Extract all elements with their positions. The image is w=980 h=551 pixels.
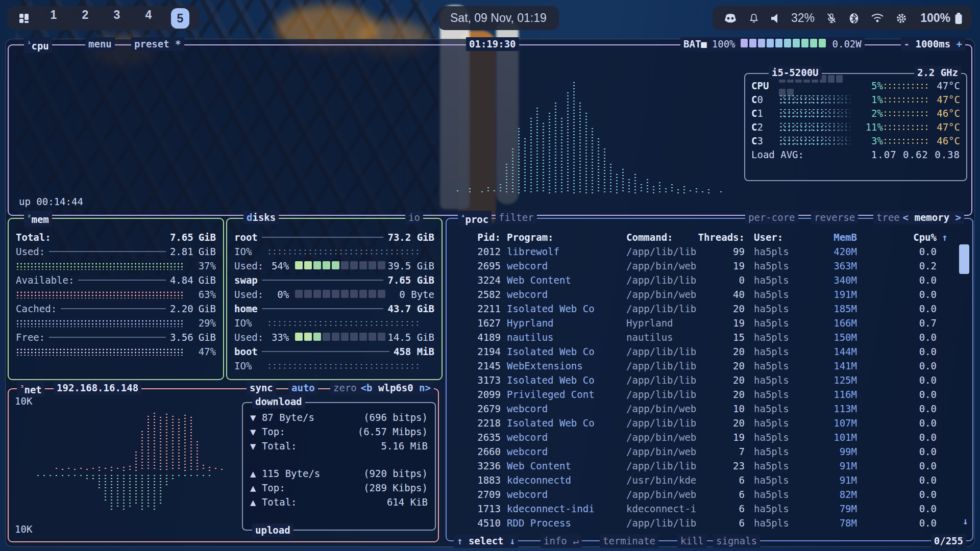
proc-scrollbar[interactable]	[959, 244, 969, 274]
process-cpu-pct: 0.0	[906, 359, 937, 373]
sort-prev-button[interactable]: <	[903, 212, 909, 223]
workspace-button-4[interactable]: 4	[139, 8, 158, 29]
kill-button[interactable]: kill	[677, 534, 707, 548]
process-row[interactable]: 4189nautilusnautilus15ha5pls150M0.0	[447, 330, 972, 344]
sort-column-switcher[interactable]: < memory >	[900, 211, 964, 224]
net-next-iface-button[interactable]: n>	[419, 382, 431, 393]
workspace-button-5[interactable]: 5	[171, 8, 189, 29]
process-row[interactable]: 2709webcord/app/bin/web6ha5pls82M0.0	[447, 487, 972, 502]
process-row[interactable]: 2145WebExtensions/app/lib/lib20ha5pls141…	[447, 359, 972, 373]
process-row[interactable]: 3236Web Content/app/lib/lib23ha5pls91M0.…	[447, 459, 972, 473]
col-command[interactable]: Command:	[626, 231, 698, 244]
per-core-toggle[interactable]: per-core	[745, 211, 798, 224]
signals-button[interactable]: signals	[713, 534, 760, 548]
col-pid[interactable]: Pid:	[452, 231, 501, 244]
col-cpu[interactable]: Cpu%	[906, 231, 937, 244]
meter-block	[295, 333, 303, 341]
info-button[interactable]: info ↵	[541, 534, 582, 548]
disk-name: root	[234, 231, 258, 244]
proc-filter-button[interactable]: filter	[496, 211, 537, 224]
cpu-graph-bar	[627, 178, 632, 193]
workspace-button-2[interactable]: 2	[76, 8, 94, 29]
menu-button[interactable]: menu	[85, 37, 115, 51]
net-sync-toggle[interactable]: sync	[247, 381, 276, 395]
process-row[interactable]: 2679webcord/app/bin/web10ha5pls113M0.0	[447, 402, 972, 416]
net-zero-toggle[interactable]: zero	[330, 381, 360, 395]
disks-box-title[interactable]: disks	[243, 211, 279, 224]
battery-pill[interactable]: 100%	[911, 6, 972, 30]
process-row[interactable]: 2695webcord/app/bin/web19ha5pls363M0.2	[447, 259, 972, 273]
net-prev-iface-button[interactable]: <b	[361, 382, 373, 393]
scroll-down-arrow[interactable]: ↓	[963, 514, 968, 528]
process-row[interactable]: 4510RDD Process/app/lib/lib6ha5pls78M0.0	[447, 516, 972, 530]
terminate-button[interactable]: terminate	[600, 534, 658, 548]
microphone-muted-icon[interactable]	[826, 12, 837, 24]
process-row[interactable]: 2218Isolated Web Co/app/lib/lib20ha5pls1…	[447, 416, 972, 430]
preset-button[interactable]: preset *	[131, 37, 184, 51]
volume-icon[interactable]	[771, 13, 780, 24]
col-memb[interactable]: MemB	[816, 231, 857, 244]
process-row[interactable]: 1883kdeconnectd/usr/bin/kde6ha5pls91M0.0	[447, 473, 972, 487]
sort-next-button[interactable]: >	[955, 212, 961, 223]
reverse-toggle[interactable]: reverse	[811, 211, 858, 224]
battery-meter-block	[793, 39, 800, 47]
meter-block	[350, 333, 358, 341]
core-pct: 1%	[850, 93, 883, 107]
workspace-button-1[interactable]: 1	[44, 8, 63, 29]
process-row[interactable]: 2582webcord/app/bin/web40ha5pls191M0.0	[447, 287, 972, 302]
col-program[interactable]: Program:	[501, 231, 626, 244]
mem-meter-pct: 37%	[189, 259, 216, 273]
net-interface-switcher[interactable]: <b wlp6s0 n>	[358, 381, 434, 395]
scroll-up-arrow[interactable]: ↑	[942, 231, 947, 244]
net-stat-value: (696 bitps)	[363, 411, 428, 424]
discord-icon[interactable]	[724, 13, 737, 24]
process-program: WebExtensions	[501, 359, 626, 373]
interval-increase-button[interactable]: +	[957, 38, 962, 49]
process-row[interactable]: 2099Privileged Cont/app/lib/lib20ha5pls1…	[447, 387, 972, 402]
mem-box: ²mem Total:7.65GiBUsed:2.81GiB37%Availab…	[8, 218, 224, 380]
net-up-bar	[128, 474, 133, 508]
select-controls[interactable]: ↑ select ↓	[454, 534, 518, 548]
process-user: ha5pls	[745, 416, 816, 430]
process-row[interactable]: 2660webcord/app/bin/web7ha5pls99M0.0	[447, 444, 972, 459]
disk-used-value: 39.5 GiB	[387, 259, 434, 273]
net-arrow: ▲	[250, 467, 256, 481]
clock-pill[interactable]: Sat, 09 Nov, 01:19	[438, 6, 559, 30]
workspace-button-3[interactable]: 3	[108, 8, 126, 29]
tree-toggle[interactable]: tree	[873, 211, 903, 224]
mem-box-title[interactable]: ²mem	[24, 211, 52, 227]
notification-bell-icon[interactable]	[748, 12, 760, 24]
process-row[interactable]: 2635webcord/app/bin/web19ha5pls101M0.0	[447, 430, 972, 444]
process-row[interactable]: 1713kdeconnect-indikdeconnect-i6ha5pls79…	[447, 502, 972, 516]
col-user[interactable]: User:	[745, 231, 816, 244]
cpu-graph-bar	[689, 189, 693, 193]
process-row[interactable]: 3224Web Content/app/lib/lib0ha5pls340M0.…	[447, 273, 972, 287]
process-row[interactable]: 2211Isolated Web Co/app/lib/lib20ha5pls1…	[447, 302, 972, 316]
process-user: ha5pls	[745, 288, 816, 302]
cpu-graph-bar	[566, 91, 571, 193]
process-user: ha5pls	[745, 273, 816, 287]
process-row[interactable]: 3173Isolated Web Co/app/lib/lib20ha5pls1…	[447, 373, 972, 387]
process-row[interactable]: 2012librewolf/app/lib/lib99ha5pls420M0.0	[447, 244, 972, 259]
net-auto-toggle[interactable]: auto	[288, 381, 318, 395]
cpu-box-title[interactable]: ¹cpu	[24, 37, 52, 53]
net-up-bar	[61, 474, 65, 477]
bluetooth-icon[interactable]	[848, 12, 860, 24]
cpu-graph-bar	[621, 168, 626, 193]
launcher-icon[interactable]	[18, 12, 30, 24]
proc-box-title[interactable]: ⁴proc	[458, 211, 492, 227]
net-arrow: ▲	[250, 481, 256, 495]
process-threads: 99	[698, 245, 745, 259]
interval-decrease-button[interactable]: -	[904, 38, 910, 49]
process-row[interactable]: 2194Isolated Web Co/app/lib/lib20ha5pls1…	[447, 344, 972, 359]
meter-block	[359, 290, 367, 298]
col-threads[interactable]: Threads:	[698, 231, 745, 244]
settings-gear-icon[interactable]	[895, 12, 908, 24]
mem-stat-unit: GiB	[199, 273, 216, 287]
io-mode-toggle[interactable]: io	[405, 211, 423, 224]
meter-block	[350, 261, 358, 269]
process-row[interactable]: 1627HyprlandHyprland19ha5pls166M0.7	[447, 316, 972, 330]
process-cpu-pct: 0.0	[906, 388, 937, 402]
wifi-icon[interactable]	[871, 13, 884, 24]
mem-meter	[16, 262, 184, 270]
